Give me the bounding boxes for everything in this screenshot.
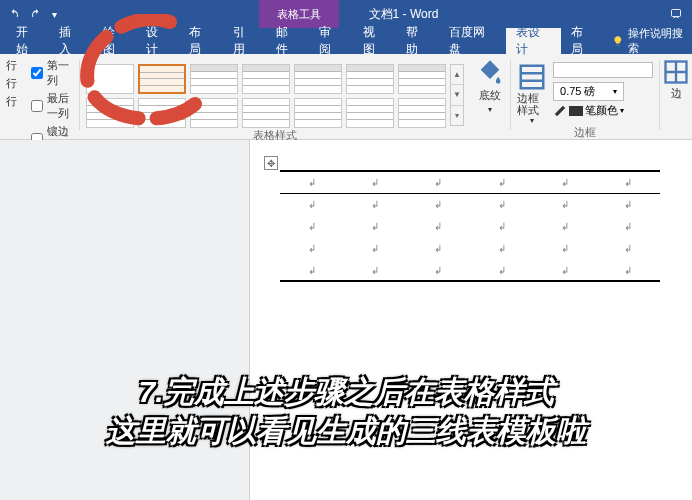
style-thumb-13[interactable]: [346, 98, 394, 128]
pen-color-swatch: [569, 106, 583, 116]
opt-banded-row[interactable]: 行: [6, 94, 17, 109]
style-thumb-9[interactable]: [138, 98, 186, 128]
style-thumb-4[interactable]: [242, 64, 290, 94]
chevron-down-icon: ▾: [620, 106, 624, 115]
gallery-down-button[interactable]: ▼: [451, 85, 463, 105]
caption-line-2: 这里就可以看见生成的三线表模板啦: [0, 411, 692, 450]
border-style-button[interactable]: 边框样式 ▾: [517, 62, 547, 125]
table-move-handle[interactable]: ✥: [264, 156, 278, 170]
redo-icon[interactable]: [30, 8, 42, 20]
chevron-down-icon: ▾: [530, 116, 534, 125]
borders-dropdown-label: 边: [671, 86, 682, 101]
gallery-scroll: ▲ ▼ ▾: [450, 64, 464, 126]
tab-help[interactable]: 帮助: [396, 28, 439, 54]
tab-baidu[interactable]: 百度网盘: [439, 28, 506, 54]
tab-insert[interactable]: 插入: [49, 28, 92, 54]
line-style-selector[interactable]: [553, 62, 653, 78]
style-thumb-6[interactable]: [346, 64, 394, 94]
gallery-more-button[interactable]: ▾: [451, 106, 463, 125]
tab-references[interactable]: 引用: [223, 28, 266, 54]
tab-layout[interactable]: 布局: [179, 28, 222, 54]
pen-icon: [553, 104, 567, 118]
style-thumb-8[interactable]: [86, 98, 134, 128]
tab-table-design[interactable]: 表设计: [506, 28, 561, 54]
svg-rect-0: [672, 10, 681, 17]
pen-color-button[interactable]: 笔颜色 ▾: [553, 103, 653, 118]
style-thumb-plain[interactable]: [86, 64, 134, 94]
ribbon-tabs: 开始 插入 绘图 设计 布局 引用 邮件 审阅 视图 帮助 百度网盘 表设计 布…: [0, 28, 692, 54]
line-weight-value: 0.75 磅: [560, 84, 595, 99]
tell-me-search[interactable]: 操作说明搜索: [612, 26, 692, 56]
style-thumb-selected[interactable]: [138, 64, 186, 94]
pen-color-label: 笔颜色: [585, 103, 618, 118]
gallery-up-button[interactable]: ▲: [451, 65, 463, 85]
three-line-table[interactable]: [280, 170, 660, 282]
opt-header-row[interactable]: 行: [6, 58, 17, 73]
opt-first-column[interactable]: 第一列: [31, 58, 73, 88]
undo-icon[interactable]: [8, 8, 20, 20]
bulb-icon: [612, 35, 624, 47]
tab-design[interactable]: 设计: [136, 28, 179, 54]
tab-review[interactable]: 审阅: [309, 28, 352, 54]
caption-line-1: 7.完成上述步骤之后在表格样式: [0, 372, 692, 411]
opt-last-column[interactable]: 最后一列: [31, 91, 73, 121]
borders-grid-icon: [662, 58, 690, 86]
tab-view[interactable]: 视图: [353, 28, 396, 54]
shading-button[interactable]: 底纹 ▾: [470, 54, 510, 139]
shading-label: 底纹: [479, 88, 501, 103]
line-weight-selector[interactable]: 0.75 磅▾: [553, 82, 653, 101]
style-thumb-12[interactable]: [294, 98, 342, 128]
style-thumb-3[interactable]: [190, 64, 238, 94]
style-gallery: [86, 64, 446, 128]
ribbon: 行 行 行 第一列 最后一列 镶边列 格样式选项: [0, 54, 692, 140]
tab-home[interactable]: 开始: [6, 28, 49, 54]
svg-rect-1: [521, 66, 544, 89]
paint-bucket-icon: [476, 58, 504, 86]
border-style-label: 边框样式: [517, 92, 547, 116]
tab-mailings[interactable]: 邮件: [266, 28, 309, 54]
ribbon-options-icon[interactable]: [670, 8, 682, 20]
tell-me-label: 操作说明搜索: [628, 26, 692, 56]
document-title: 文档1 - Word: [339, 6, 469, 23]
tab-draw[interactable]: 绘图: [93, 28, 136, 54]
style-thumb-10[interactable]: [190, 98, 238, 128]
opt-total-row[interactable]: 行: [6, 76, 17, 91]
group-borders: 边框样式 ▾ 0.75 磅▾ 笔颜色 ▾ 边框: [511, 54, 659, 139]
borders-dropdown-button[interactable]: 边: [660, 54, 692, 139]
style-thumb-7[interactable]: [398, 64, 446, 94]
chevron-down-icon: ▾: [613, 87, 617, 96]
tutorial-caption: 7.完成上述步骤之后在表格样式 这里就可以看见生成的三线表模板啦: [0, 372, 692, 450]
tab-table-layout[interactable]: 布局: [561, 28, 604, 54]
quick-access-toolbar: ▾: [0, 8, 57, 20]
group-table-styles: ▲ ▼ ▾ 表格样式: [80, 54, 470, 139]
style-thumb-11[interactable]: [242, 98, 290, 128]
style-thumb-14[interactable]: [398, 98, 446, 128]
group-style-options: 行 行 行 第一列 最后一列 镶边列 格样式选项: [0, 54, 79, 139]
border-style-icon: [517, 62, 547, 92]
style-thumb-5[interactable]: [294, 64, 342, 94]
chevron-down-icon: ▾: [488, 105, 492, 114]
